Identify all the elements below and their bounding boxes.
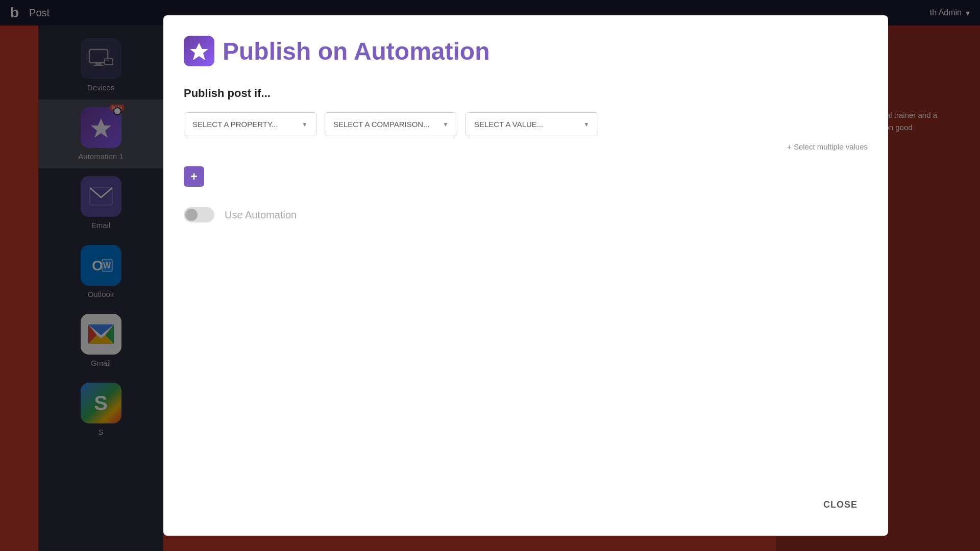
use-automation-label: Use Automation xyxy=(225,209,297,221)
use-automation-toggle[interactable] xyxy=(184,207,214,222)
modal-title: Publish on Automation xyxy=(223,37,490,65)
modal-footer: CLOSE xyxy=(184,484,868,515)
comparison-dropdown-arrow: ▼ xyxy=(443,121,449,128)
toggle-thumb xyxy=(185,209,198,221)
property-dropdown-label: SELECT A PROPERTY... xyxy=(192,120,278,129)
use-automation-row: Use Automation xyxy=(184,207,868,222)
modal-logo xyxy=(184,36,214,66)
add-icon: + xyxy=(190,169,198,184)
select-multiple-link[interactable]: + Select multiple values xyxy=(184,142,868,151)
add-condition-button[interactable]: + xyxy=(184,166,204,187)
value-dropdown[interactable]: SELECT A VALUE... ▼ xyxy=(465,112,598,136)
property-dropdown-arrow: ▼ xyxy=(302,121,308,128)
svg-marker-16 xyxy=(190,43,208,60)
comparison-dropdown[interactable]: SELECT A COMPARISON... ▼ xyxy=(325,112,457,136)
close-button[interactable]: CLOSE xyxy=(813,494,868,515)
select-multiple-label: + Select multiple values xyxy=(787,142,868,151)
value-dropdown-label: SELECT A VALUE... xyxy=(474,120,543,129)
comparison-dropdown-label: SELECT A COMPARISON... xyxy=(333,120,430,129)
modal-header: Publish on Automation xyxy=(184,36,868,66)
publish-condition-section: Publish post if... SELECT A PROPERTY... … xyxy=(184,87,868,207)
property-dropdown[interactable]: SELECT A PROPERTY... ▼ xyxy=(184,112,316,136)
publish-automation-modal: Publish on Automation Publish post if...… xyxy=(163,15,888,536)
publish-section-label: Publish post if... xyxy=(184,87,868,100)
value-dropdown-arrow: ▼ xyxy=(583,121,590,128)
dropdowns-row: SELECT A PROPERTY... ▼ SELECT A COMPARIS… xyxy=(184,112,868,136)
